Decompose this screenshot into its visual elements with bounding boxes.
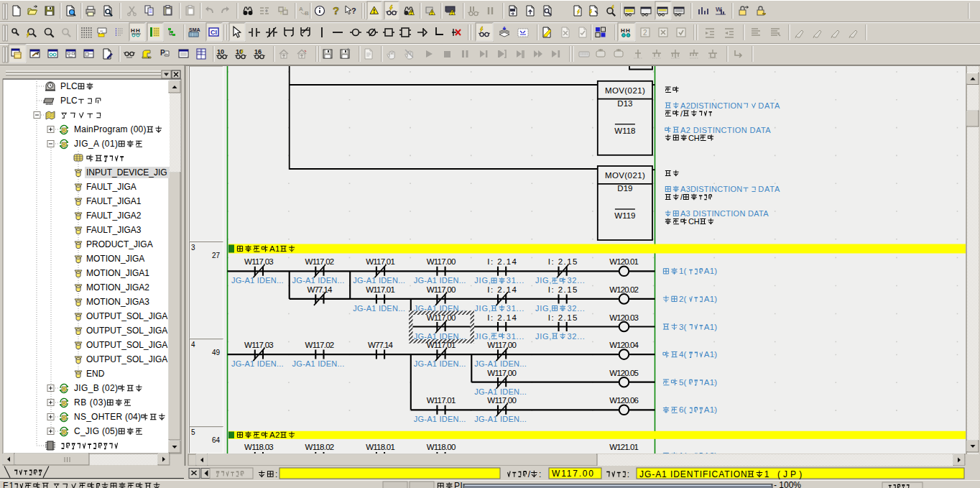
svg-text:SMA: SMA	[189, 27, 200, 32]
svg-text:CI: CI	[211, 29, 217, 36]
svg-text:JIG,: JIG,	[474, 304, 491, 313]
svg-text:CH: CH	[688, 134, 700, 142]
svg-text:FAULT_JIGA1: FAULT_JIGA1	[86, 196, 142, 206]
svg-text:INPUT_DEVICE_JIG: INPUT_DEVICE_JIG	[86, 167, 167, 178]
svg-text:A1): A1)	[704, 295, 718, 303]
svg-text:JG-A1 IDEN...: JG-A1 IDEN...	[353, 304, 405, 313]
svg-text:0.02: 0.02	[198, 52, 203, 55]
svg-text:W117.01: W117.01	[427, 341, 456, 349]
svg-text:W117.01: W117.01	[427, 396, 456, 405]
svg-text::: :	[539, 469, 541, 479]
svg-text:A: A	[299, 6, 303, 12]
svg-text:W117.00: W117.00	[487, 341, 517, 349]
svg-text:10: 10	[217, 48, 224, 55]
svg-text:W120.05: W120.05	[609, 369, 639, 377]
svg-text:D13: D13	[617, 99, 632, 108]
svg-text:JIG_A (01): JIG_A (01)	[74, 139, 118, 149]
svg-text:END: END	[86, 369, 105, 379]
svg-text:MainProgram (00): MainProgram (00)	[74, 124, 147, 134]
svg-text:W120.06: W120.06	[609, 396, 639, 405]
svg-text:MOTION_JIGA2: MOTION_JIGA2	[86, 282, 149, 293]
svg-text:(: (	[683, 350, 686, 359]
svg-text:H: H	[626, 27, 630, 34]
svg-text:W77.14: W77.14	[368, 341, 393, 349]
svg-text:JG-A1 IDEN...: JG-A1 IDEN...	[231, 276, 284, 285]
svg-text:OUTPUT_SOL_JIGA: OUTPUT_SOL_JIGA	[86, 311, 167, 321]
svg-text:A2: A2	[269, 431, 280, 439]
svg-text:- 100%: - 100%	[774, 480, 801, 488]
svg-text:W118.03: W118.03	[244, 443, 274, 451]
svg-text:W120.03: W120.03	[609, 313, 639, 322]
svg-text:A1): A1)	[704, 267, 718, 275]
svg-text:JG-A1 IDEN...: JG-A1 IDEN...	[414, 276, 466, 285]
svg-text:W117.03: W117.03	[244, 341, 274, 349]
svg-text:MOV(021): MOV(021)	[605, 171, 645, 180]
svg-text:JIG_B (02): JIG_B (02)	[74, 383, 118, 393]
svg-text:JG-A1 IDEN...: JG-A1 IDEN...	[231, 359, 284, 368]
svg-text:JIG,: JIG,	[535, 304, 552, 313]
svg-text:W117.00: W117.00	[487, 396, 517, 405]
svg-text:W118.01: W118.01	[366, 443, 395, 451]
svg-text:H: H	[621, 27, 625, 34]
svg-text:A1): A1)	[704, 350, 718, 359]
svg-text:FAULT_JIGA: FAULT_JIGA	[86, 182, 137, 192]
svg-text:w: w	[99, 29, 103, 33]
svg-text:W117.00: W117.00	[427, 285, 456, 294]
svg-text:32...: 32...	[567, 332, 585, 341]
svg-text:JIG,: JIG,	[535, 276, 552, 285]
svg-text:JIG,: JIG,	[535, 332, 552, 341]
svg-text:A1): A1)	[704, 323, 718, 331]
svg-text:MOV(021): MOV(021)	[605, 86, 645, 95]
svg-text:31...: 31...	[507, 276, 524, 285]
svg-text:H: H	[131, 27, 135, 34]
svg-text:MOTION_JIGA1: MOTION_JIGA1	[86, 268, 149, 278]
svg-text:OUTPUT_SOL_JIGA: OUTPUT_SOL_JIGA	[86, 326, 167, 336]
svg-text:MOTION_JIGA: MOTION_JIGA	[86, 254, 144, 264]
svg-text:PRODUCT_JIGA: PRODUCT_JIGA	[86, 239, 153, 249]
svg-text:JG-A1 IDEN...: JG-A1 IDEN...	[414, 332, 466, 341]
svg-text:32...: 32...	[567, 304, 585, 313]
svg-text:W117.00: W117.00	[427, 257, 456, 266]
svg-text:(: (	[683, 378, 686, 387]
svg-text:I: 2.15: I: 2.15	[548, 285, 578, 294]
svg-text:W117.02: W117.02	[305, 341, 335, 349]
svg-text:5: 5	[191, 428, 195, 436]
svg-text:(: (	[683, 323, 686, 331]
svg-text:(: (	[683, 267, 686, 275]
svg-text:31...: 31...	[507, 332, 524, 341]
svg-text:DISTINCTION: DISTINCTION	[690, 101, 742, 110]
svg-text:F1: F1	[3, 481, 14, 488]
svg-text:W120.02: W120.02	[609, 285, 639, 294]
svg-text:PLC: PLC	[60, 96, 78, 106]
svg-text:JIG,: JIG,	[474, 332, 491, 341]
svg-text:?: ?	[351, 6, 356, 15]
svg-text:JG-A1 IDEN...: JG-A1 IDEN...	[292, 359, 345, 368]
svg-text:W117.03: W117.03	[244, 257, 274, 266]
svg-text::: :	[627, 469, 629, 479]
svg-text:JG-A1 IDEN...: JG-A1 IDEN...	[474, 359, 527, 368]
svg-text:32...: 32...	[567, 276, 585, 285]
svg-text:(: (	[683, 405, 686, 414]
svg-text:W117.02: W117.02	[305, 257, 335, 266]
svg-text:DATA: DATA	[758, 101, 780, 110]
svg-text:W121.01: W121.01	[609, 443, 639, 451]
svg-text:A1): A1)	[704, 405, 718, 414]
svg-text:W77.14: W77.14	[308, 285, 333, 294]
svg-text:JG-A1 IDEN...: JG-A1 IDEN...	[292, 276, 345, 285]
svg-text:?: ?	[333, 4, 339, 17]
svg-text:C_JIG (05): C_JIG (05)	[74, 426, 118, 436]
svg-text:3: 3	[191, 244, 195, 252]
svg-text:JIG,: JIG,	[474, 276, 491, 285]
svg-text:16: 16	[254, 48, 262, 55]
svg-text:64: 64	[212, 436, 221, 444]
svg-text:FAULT_JIGA2: FAULT_JIGA2	[86, 211, 142, 221]
svg-text:RB (03): RB (03)	[74, 397, 106, 408]
svg-text:A1): A1)	[704, 378, 718, 387]
svg-text:I: 2.15: I: 2.15	[548, 313, 578, 322]
svg-text:31...: 31...	[507, 304, 524, 313]
svg-text:49: 49	[212, 349, 221, 356]
svg-text:FAULT_JIGA3: FAULT_JIGA3	[86, 225, 142, 235]
svg-text:A1: A1	[269, 244, 280, 253]
svg-text:NS_OHTER (04): NS_OHTER (04)	[74, 412, 141, 422]
svg-text:JG-A1 IDEN...: JG-A1 IDEN...	[474, 387, 527, 396]
